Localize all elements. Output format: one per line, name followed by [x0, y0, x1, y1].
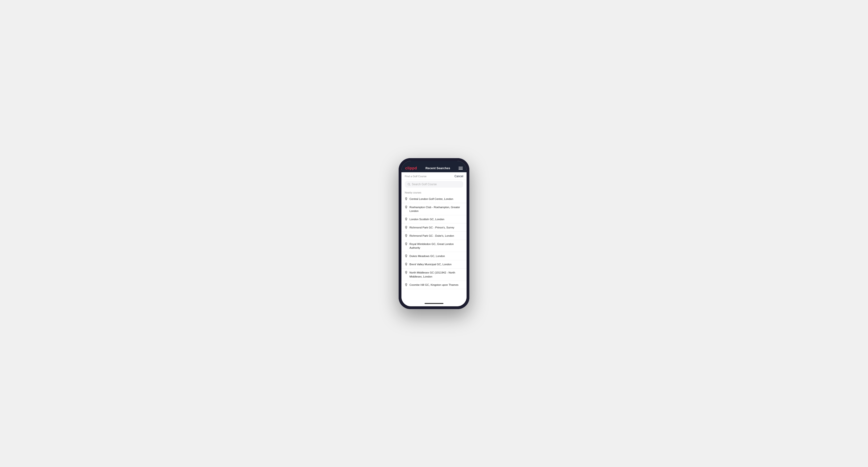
- app-logo: clippd: [405, 166, 417, 170]
- list-item[interactable]: Richmond Park GC - Prince's, Surrey: [401, 223, 467, 232]
- menu-icon[interactable]: [459, 167, 463, 170]
- search-input-wrapper: Search Golf Course: [401, 180, 467, 190]
- course-name: Central London Golf Centre, London: [409, 197, 453, 201]
- search-icon: [408, 183, 410, 186]
- location-pin-icon: [405, 254, 408, 258]
- list-item[interactable]: Dukes Meadows GC, London: [401, 252, 467, 260]
- course-name: Coombe Hill GC, Kingston upon Thames: [409, 283, 459, 287]
- list-item[interactable]: North Middlesex GC (1011942 - North Midd…: [401, 269, 467, 281]
- course-name: Richmond Park GC - Prince's, Surrey: [409, 226, 454, 229]
- search-input-box[interactable]: Search Golf Course: [405, 181, 463, 188]
- home-indicator: [401, 301, 467, 306]
- phone-frame: clippd Recent Searches Find a Golf Cours…: [399, 158, 469, 309]
- list-item[interactable]: Richmond Park GC - Duke's, London: [401, 232, 467, 240]
- phone-screen: clippd Recent Searches Find a Golf Cours…: [401, 161, 467, 306]
- search-header: Find a Golf Course Cancel: [401, 172, 467, 180]
- course-name: Dukes Meadows GC, London: [409, 254, 445, 258]
- nearby-label: Nearby courses: [401, 190, 467, 195]
- cancel-button[interactable]: Cancel: [455, 175, 463, 178]
- course-name: North Middlesex GC (1011942 - North Midd…: [409, 271, 463, 278]
- list-item[interactable]: Royal Wimbledon GC, Great London Authori…: [401, 240, 467, 252]
- status-bar: [401, 161, 467, 164]
- list-item[interactable]: London Scottish GC, London: [401, 215, 467, 223]
- list-item[interactable]: Roehampton Club - Roehampton, Greater Lo…: [401, 203, 467, 215]
- nearby-courses-section: Nearby courses Central London Golf Centr…: [401, 190, 467, 301]
- location-pin-icon: [405, 197, 408, 200]
- list-item[interactable]: Coombe Hill GC, Kingston upon Thames: [401, 281, 467, 289]
- find-label: Find a Golf Course: [405, 175, 427, 178]
- search-input[interactable]: Search Golf Course: [412, 183, 460, 186]
- location-pin-icon: [405, 242, 408, 246]
- course-name: Richmond Park GC - Duke's, London: [409, 234, 454, 238]
- home-bar: [425, 303, 443, 304]
- location-pin-icon: [405, 226, 408, 229]
- svg-line-1: [409, 185, 410, 185]
- nav-bar: clippd Recent Searches: [401, 164, 467, 172]
- location-pin-icon: [405, 262, 408, 266]
- location-pin-icon: [405, 271, 408, 274]
- location-pin-icon: [405, 283, 408, 286]
- course-name: London Scottish GC, London: [409, 217, 444, 221]
- nav-title: Recent Searches: [426, 166, 450, 170]
- location-pin-icon: [405, 206, 408, 209]
- list-item[interactable]: Central London Golf Centre, London: [401, 195, 467, 203]
- location-pin-icon: [405, 218, 408, 221]
- course-name: Royal Wimbledon GC, Great London Authori…: [409, 242, 463, 250]
- list-item[interactable]: Brent Valley Municipal GC, London: [401, 260, 467, 269]
- course-name: Brent Valley Municipal GC, London: [409, 262, 452, 266]
- course-name: Roehampton Club - Roehampton, Greater Lo…: [409, 205, 463, 213]
- location-pin-icon: [405, 234, 408, 238]
